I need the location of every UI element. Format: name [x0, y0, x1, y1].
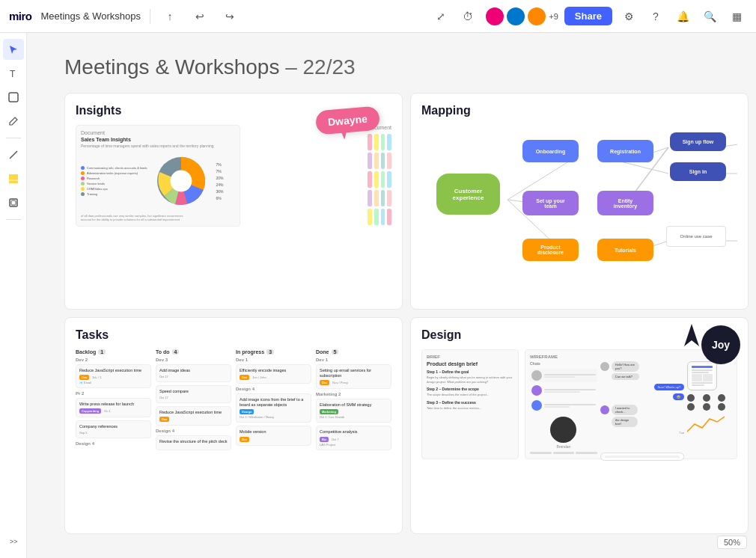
task-card-8: Efficiently encode images Dev Jun / John	[236, 364, 311, 384]
undo-button[interactable]: ↩	[189, 6, 210, 27]
stickies-section: Document	[368, 125, 391, 227]
chat-row-1: Hello! How are you? Can we talk?	[600, 361, 684, 381]
svg-rect-1	[9, 93, 18, 102]
sticky-4	[387, 134, 391, 150]
task-col-todo: To do 4 Dev 3 Add image ideas Oct 17 Spe…	[156, 349, 231, 453]
todo-col-title: To do 4	[156, 349, 231, 355]
svg-rect-6	[11, 200, 16, 205]
canvas-content: Meetings & Workshops – 22/23 Insights Do…	[64, 55, 749, 551]
legend-item-2: Administrative tasks (expense reports)	[81, 171, 147, 175]
sidebar-tool-more[interactable]: >>	[3, 531, 24, 552]
chat-input[interactable]	[600, 453, 684, 461]
notifications-icon[interactable]: 🔔	[672, 6, 693, 27]
backlog-dev: Dev 2	[76, 358, 151, 362]
task-col-inprogress: In progress 3 Dev 1 Efficiently encode i…	[236, 349, 311, 453]
svg-rect-3	[9, 174, 18, 183]
chart-legend: Communicating info, clients accounts & l…	[81, 166, 147, 196]
svg-marker-20	[684, 324, 699, 346]
task-card-13: Competitive analysis Biz Oct 7 LAS Proje…	[316, 426, 391, 450]
brief-text-2: The scope describes the extent of the pr…	[427, 393, 513, 397]
brief-block: Brief Product design brief Step 1 – Defi…	[421, 349, 519, 459]
chat-bubble-3: Sure! What's up?	[654, 384, 685, 390]
export-button[interactable]: ↑	[159, 6, 180, 27]
node-signup: Sign up flow	[670, 132, 726, 151]
topbar-right: ⤢ ⏱ +9 Share ⚙ ? 🔔 🔍 ▦	[430, 6, 747, 27]
zoom-badge: 50%	[717, 536, 747, 549]
legend-item-1: Communicating info, clients accounts & l…	[81, 166, 147, 170]
settings-icon[interactable]: ⚙	[618, 6, 639, 27]
chat-bubble-2: Can we talk?	[612, 373, 639, 380]
redo-button[interactable]: ↪	[219, 6, 240, 27]
node-onboarding: Onboarding	[522, 140, 579, 162]
sidebar-tool-shapes[interactable]	[3, 87, 24, 108]
sidebar-tool-frame[interactable]	[3, 192, 24, 213]
wireframe-label: Wireframe	[530, 355, 732, 359]
mapping-area: Customerexperience Onboarding Registrati…	[421, 125, 737, 289]
insights-doc-block: Document Sales Team Insights Percentage …	[76, 125, 240, 227]
cursor-mode-button[interactable]: ⤢	[430, 6, 451, 27]
sticky-13	[368, 190, 372, 206]
backlog-pr: Pr 2	[76, 391, 151, 396]
chat-timestamp: Tue	[600, 431, 684, 435]
tasks-title: Tasks	[76, 328, 391, 342]
canvas-area[interactable]: Meetings & Workshops – 22/23 Insights Do…	[27, 33, 756, 558]
todo-dev: Dev 3	[156, 358, 231, 362]
sidebar-tool-cursor[interactable]	[3, 39, 24, 60]
inprog-design: Design 4	[236, 387, 311, 391]
brief-step-1: Step 1 – Define the goal	[427, 370, 513, 374]
node-entity: Entityinventory	[597, 191, 653, 215]
sticky-16	[387, 190, 391, 206]
stickies-grid	[368, 134, 391, 225]
done-marketing: Marketing 2	[316, 392, 391, 396]
chat-item-3	[530, 399, 597, 412]
task-col-backlog: Backlog 1 Dev 2 Reduce JavaScript execut…	[76, 349, 151, 453]
task-card-2: Write press release for launch Copywriti…	[76, 398, 151, 417]
sticky-8	[387, 153, 391, 169]
inprog-dev: Dev 1	[236, 358, 311, 362]
sidebar-divider	[6, 138, 21, 138]
chat-bubbles-section: Hello! How are you? Can we talk? Sure! W…	[600, 361, 684, 461]
sidebar-tool-sticky[interactable]	[3, 168, 24, 189]
sticky-7	[381, 153, 385, 169]
sticky-10	[374, 171, 379, 188]
chat-bubble-1: Hello! How are you?	[612, 361, 639, 372]
timer-button[interactable]: ⏱	[457, 6, 478, 27]
brief-step-2: Step 2 – Determine the scope	[427, 387, 513, 391]
sticky-17	[368, 209, 372, 225]
sidebar-tool-pen[interactable]	[3, 111, 24, 132]
mapping-title: Mapping	[421, 104, 737, 117]
doc-label: Document	[81, 130, 235, 135]
legend-item-4: Service leads	[81, 182, 147, 186]
sticky-14	[374, 190, 379, 206]
pie-chart	[151, 151, 211, 211]
node-online: Online use case	[666, 226, 726, 247]
sticky-2	[374, 134, 379, 150]
chat-item-2	[530, 384, 597, 397]
share-button[interactable]: Share	[564, 7, 612, 25]
legend-item-6: Training	[81, 192, 147, 196]
task-card-11: Setting up email services for subscripti…	[316, 364, 391, 389]
wireframe-block: Wireframe Chats	[525, 349, 737, 459]
cursor-arrow-joy	[684, 324, 699, 349]
quadrant-grid: Insights Document Sales Team Insights Pe…	[64, 93, 749, 534]
svg-text:T: T	[10, 69, 16, 79]
brief-text-3: Take time to define the success metrics.…	[427, 406, 513, 411]
sidebar-tool-text[interactable]: T	[3, 63, 24, 84]
node-tutorials: Tutorials	[597, 239, 653, 261]
line-chart	[687, 413, 725, 435]
task-card-12: Elaboration of SMM strategy Marketing Oc…	[316, 399, 391, 423]
doc-title: Sales Team Insights	[81, 137, 235, 142]
svg-text:>>: >>	[10, 538, 18, 545]
phone-screen	[690, 364, 714, 387]
sticky-5	[368, 153, 372, 169]
svg-point-9	[171, 171, 192, 192]
boards-icon[interactable]: ▦	[726, 6, 747, 27]
task-card-5: Speed compare Oct 17	[156, 385, 231, 403]
sidebar-tool-line[interactable]	[3, 144, 24, 165]
chat-bubble-6: the design brief	[612, 417, 638, 427]
node-signin: Sign in	[670, 162, 726, 181]
help-icon[interactable]: ?	[645, 6, 666, 27]
chats-label: Chats	[530, 361, 597, 366]
mapping-panel: Mapping	[410, 93, 749, 310]
search-icon[interactable]: 🔍	[699, 6, 720, 27]
